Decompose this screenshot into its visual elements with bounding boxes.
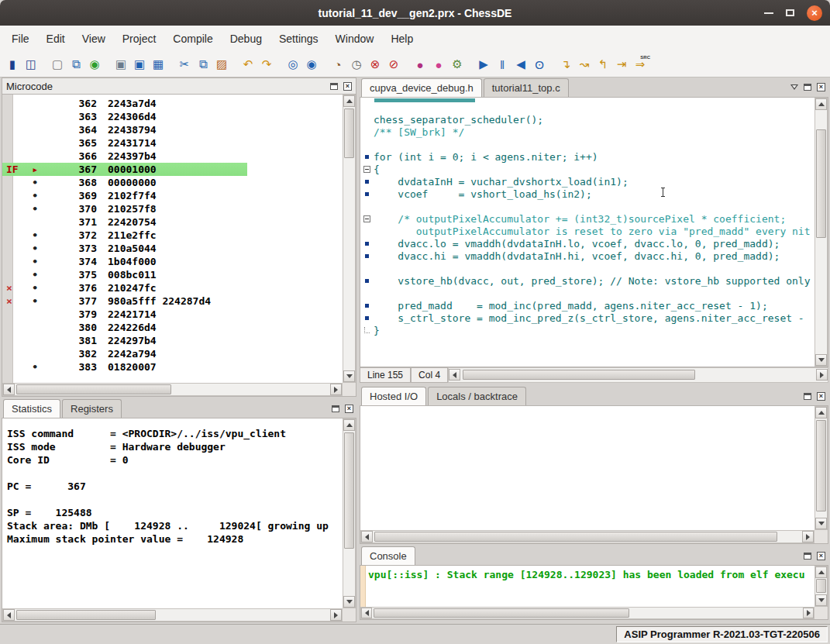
code-line[interactable]: /** [SW_brk] */ [360,126,815,138]
step-out-icon[interactable]: ↰ [594,56,611,73]
redo-icon[interactable]: ↷ [258,56,275,73]
microcode-row-372[interactable]: •372211e2ffc [2,229,343,242]
io-restore-panel-icon[interactable] [804,393,811,400]
scrollbar-thumb[interactable] [816,129,826,238]
code-line[interactable] [360,200,815,212]
menu-item-project[interactable]: Project [114,28,165,50]
tab-console[interactable]: Console [361,546,415,565]
code-line[interactable]: vcoef = vshort_load_hs(in2); [360,188,815,200]
reload-file-icon[interactable]: ◉ [86,56,103,73]
editor-restore-panel-icon[interactable] [804,84,811,91]
code-line[interactable]: chess_separator_scheduler(); [360,113,815,126]
statistics-restore-panel-icon[interactable] [332,405,339,412]
scroll-down-button[interactable] [343,596,355,608]
microcode-row-362[interactable]: 3622243a7d4 [2,97,343,110]
scrollbar-thumb[interactable] [16,384,171,394]
microcode-row-370[interactable]: •370210257f8 [2,202,343,215]
scroll-right-button[interactable] [330,384,342,395]
code-line[interactable]: outputPixelAccumulator is reset to zero … [360,225,815,237]
tab-list-dropdown-icon[interactable] [790,84,798,90]
scroll-down-button[interactable] [815,518,827,529]
tab-hosted-io[interactable]: Hosted I/O [361,387,426,405]
tab-cupva-device-debug-h[interactable]: cupva_device_debug.h [361,78,482,97]
code-line[interactable]: vstore_hb(dvacc, out, pred_store); // No… [360,274,815,287]
scroll-right-button[interactable] [816,369,828,381]
code-line[interactable]: s_ctrl_store = mod_inc_pred_z(s_ctrl_sto… [360,312,815,324]
scrollbar-thumb[interactable] [463,370,695,380]
microcode-row-373[interactable]: •373210a5044 [2,242,343,255]
microcode-row-367[interactable]: IF▸36700001000 [2,163,343,176]
microcode-row-364[interactable]: 36422438794 [2,123,343,136]
run-to-cursor-icon[interactable]: ⇥ [613,56,630,73]
microcode-row-366[interactable]: 366224397b4 [2,150,343,163]
microcode-row-380[interactable]: 380224226d4 [2,321,343,334]
tab-tutorial11-top-c[interactable]: tutorial11_top.c [484,78,569,97]
microcode-row-375[interactable]: •375008bc011 [2,268,343,281]
microcode-row-363[interactable]: 363224306d4 [2,110,343,123]
scroll-left-button[interactable] [3,609,15,621]
editor-horizontal-scrollbar[interactable] [448,367,828,383]
code-line[interactable]: dvacc.hi = vmaddh(dvdataInH.hi, vcoef, d… [360,250,815,262]
editor-vertical-scrollbar[interactable] [815,98,828,367]
scroll-down-button[interactable] [815,594,827,606]
io-vertical-scrollbar[interactable] [815,406,828,530]
copy-icon[interactable]: ⧉ [195,56,212,73]
breakpoint-icon[interactable]: ● [412,56,429,73]
power-icon[interactable]: ʘ [531,56,548,73]
save-icon[interactable]: ▣ [131,56,148,73]
paste-icon[interactable]: ▨ [213,56,230,73]
code-line[interactable] [360,138,815,150]
tab-locals-backtrace[interactable]: Locals / backtrace [428,387,526,405]
editor-body[interactable]: chess_separator_scheduler();/** [SW_brk]… [360,97,828,367]
undo-icon[interactable]: ↶ [239,56,257,73]
abort-icon[interactable]: ⊘ [385,56,402,73]
menu-item-window[interactable]: Window [327,28,383,50]
scrollbar-thumb[interactable] [374,532,777,542]
microcode-vertical-scrollbar[interactable] [343,95,356,383]
build-icon[interactable]: ◔ [329,56,346,73]
cut-icon[interactable]: ✂ [176,56,193,73]
project-view-icon[interactable]: ▮ [4,56,21,73]
scroll-right-button[interactable] [330,609,342,621]
scroll-up-button[interactable] [815,98,827,110]
menu-item-edit[interactable]: Edit [38,28,74,50]
scroll-right-button[interactable] [802,531,814,542]
close-window-icon[interactable]: × [807,5,822,21]
scroll-right-button[interactable] [803,608,814,618]
scroll-down-button[interactable] [815,354,827,366]
scrollbar-thumb[interactable] [16,610,156,620]
tab-statistics[interactable]: Statistics [3,399,60,418]
code-line[interactable]: } [360,324,815,336]
microcode-row-369[interactable]: •3692102f7f4 [2,189,343,202]
scroll-left-button[interactable] [3,384,15,395]
microcode-row-376[interactable]: ×•376210247fc [2,281,343,294]
pause-icon[interactable]: ‖ [494,56,511,73]
statistics-horizontal-scrollbar[interactable] [2,608,343,622]
watchpoint-icon[interactable]: ● [430,56,447,73]
open-file-icon[interactable]: ⧉ [67,56,84,73]
save-as-icon[interactable]: ▣ [112,56,129,73]
editor-close-panel-icon[interactable]: × [817,83,825,91]
microcode-row-379[interactable]: 37922421714 [2,308,343,321]
code-line[interactable]: dvdataInH = vuchar_dvshortx_load(in1); [360,175,815,188]
scroll-up-button[interactable] [815,407,827,418]
menu-item-settings[interactable]: Settings [270,28,327,50]
microcode-horizontal-scrollbar[interactable] [2,383,343,396]
scrollbar-thumb[interactable] [374,608,629,618]
step-over-icon[interactable]: ↝ [576,56,593,73]
console-horizontal-scrollbar[interactable] [360,607,815,619]
menu-item-view[interactable]: View [74,28,114,50]
find-icon[interactable]: ◎ [284,56,301,73]
find-next-icon[interactable]: ◉ [303,56,320,73]
minimize-icon[interactable] [764,12,773,14]
console-restore-panel-icon[interactable] [804,553,811,560]
io-horizontal-scrollbar[interactable] [360,530,815,543]
step-source-icon[interactable]: ⇒SRC [632,56,649,73]
open-book-view-icon[interactable]: ◫ [22,56,40,73]
code-line[interactable]: for (int i = 0; i < agens.niter; i++) [360,150,815,163]
stop-build-icon[interactable]: ⊗ [367,56,384,73]
step-into-icon[interactable]: ↴ [557,56,574,73]
menu-item-help[interactable]: Help [382,28,422,50]
microcode-row-374[interactable]: •3741b04f000 [2,255,343,268]
fold-icon[interactable] [363,215,370,222]
